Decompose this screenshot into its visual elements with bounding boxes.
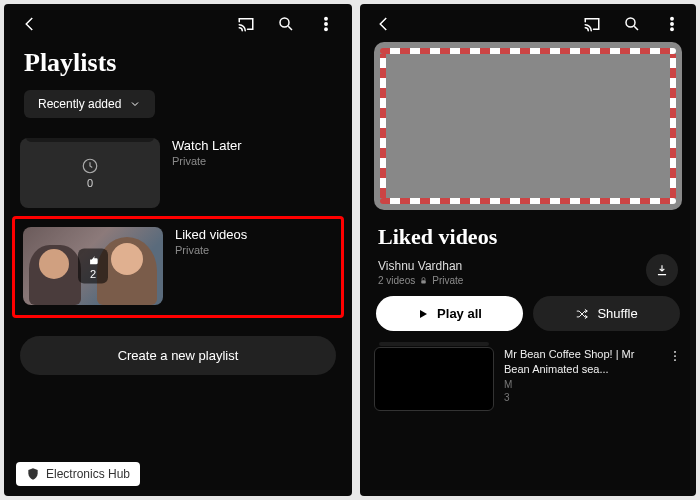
cast-icon bbox=[237, 15, 255, 33]
download-button[interactable] bbox=[646, 254, 678, 286]
chevron-down-icon bbox=[129, 98, 141, 110]
video-more-button[interactable] bbox=[664, 347, 682, 367]
svg-point-7 bbox=[671, 23, 673, 25]
owner-name[interactable]: Vishnu Vardhan bbox=[378, 259, 463, 273]
watermark-text: Electronics Hub bbox=[46, 467, 130, 481]
playlist-info: Liked videos Private bbox=[175, 227, 247, 256]
shuffle-icon bbox=[575, 307, 589, 321]
play-row: Play all Shuffle bbox=[360, 296, 696, 341]
shield-icon bbox=[26, 467, 40, 481]
arrow-left-icon bbox=[375, 15, 393, 33]
svg-point-1 bbox=[325, 18, 327, 20]
more-vert-icon bbox=[668, 349, 682, 363]
back-button[interactable] bbox=[20, 14, 40, 34]
playlist-title: Liked videos bbox=[175, 227, 247, 242]
topbar-left bbox=[4, 4, 352, 40]
video-item[interactable]: Mr Bean Coffee Shop! | Mr Bean Animated … bbox=[360, 341, 696, 417]
clock-icon bbox=[81, 157, 99, 175]
create-playlist-button[interactable]: Create a new playlist bbox=[20, 336, 336, 375]
meta-row: Vishnu Vardhan 2 videos Private bbox=[360, 252, 696, 296]
more-vert-icon bbox=[663, 15, 681, 33]
playlist-thumb: 0 bbox=[20, 138, 160, 208]
playlist-count: 0 bbox=[87, 177, 93, 189]
playlist-title: Watch Later bbox=[172, 138, 242, 153]
video-thumb bbox=[374, 347, 494, 411]
cast-button[interactable] bbox=[236, 14, 256, 34]
sort-chip[interactable]: Recently added bbox=[24, 90, 155, 118]
cast-button[interactable] bbox=[582, 14, 602, 34]
page-title: Playlists bbox=[4, 40, 352, 90]
hero-thumb[interactable] bbox=[360, 38, 696, 216]
sort-label: Recently added bbox=[38, 97, 121, 111]
arrow-left-icon bbox=[21, 15, 39, 33]
topbar-actions bbox=[582, 14, 682, 34]
shuffle-label: Shuffle bbox=[597, 306, 637, 321]
shuffle-button[interactable]: Shuffle bbox=[533, 296, 680, 331]
svg-point-8 bbox=[671, 28, 673, 30]
video-info: Mr Bean Coffee Shop! | Mr Bean Animated … bbox=[504, 347, 654, 403]
search-icon bbox=[277, 15, 295, 33]
playlist-thumb-liked: 2 bbox=[23, 227, 163, 305]
svg-rect-9 bbox=[422, 280, 427, 283]
playlist-subtitle: Private bbox=[172, 155, 242, 167]
play-label: Play all bbox=[437, 306, 482, 321]
search-button[interactable] bbox=[276, 14, 296, 34]
privacy-label: Private bbox=[432, 275, 463, 286]
cast-icon bbox=[583, 15, 601, 33]
more-button[interactable] bbox=[316, 14, 336, 34]
svg-point-3 bbox=[325, 28, 327, 30]
back-button[interactable] bbox=[374, 14, 394, 34]
lock-icon bbox=[419, 276, 428, 285]
search-button[interactable] bbox=[622, 14, 642, 34]
liked-videos-screen: Liked videos Vishnu Vardhan 2 videos Pri… bbox=[360, 4, 696, 496]
play-all-button[interactable]: Play all bbox=[376, 296, 523, 331]
playlist-title: Liked videos bbox=[360, 216, 696, 252]
playlist-subtitle: Private bbox=[175, 244, 247, 256]
search-icon bbox=[623, 15, 641, 33]
svg-point-5 bbox=[626, 18, 635, 27]
download-icon bbox=[655, 263, 669, 277]
svg-point-10 bbox=[674, 351, 676, 353]
topbar-right bbox=[360, 4, 696, 38]
topbar-actions bbox=[236, 14, 336, 34]
watermark-badge: Electronics Hub bbox=[16, 462, 140, 486]
playlist-item-liked[interactable]: 2 Liked videos Private bbox=[12, 216, 344, 318]
liked-count: 2 bbox=[90, 268, 96, 280]
video-count: 2 videos bbox=[378, 275, 415, 286]
playlist-item-watch-later[interactable]: 0 Watch Later Private bbox=[4, 132, 352, 214]
svg-point-0 bbox=[280, 18, 289, 27]
video-views: 3 bbox=[504, 392, 654, 403]
video-title: Mr Bean Coffee Shop! | Mr Bean Animated … bbox=[504, 347, 654, 377]
svg-point-2 bbox=[325, 23, 327, 25]
svg-point-6 bbox=[671, 18, 673, 20]
video-channel: M bbox=[504, 379, 654, 390]
more-vert-icon bbox=[317, 15, 335, 33]
liked-overlay: 2 bbox=[78, 249, 108, 284]
play-icon bbox=[417, 308, 429, 320]
svg-point-11 bbox=[674, 355, 676, 357]
thumbs-up-icon bbox=[86, 253, 100, 267]
more-button[interactable] bbox=[662, 14, 682, 34]
playlists-screen: Playlists Recently added 0 Watch Later P… bbox=[4, 4, 352, 496]
playlist-info: Watch Later Private bbox=[172, 138, 242, 167]
svg-point-12 bbox=[674, 359, 676, 361]
